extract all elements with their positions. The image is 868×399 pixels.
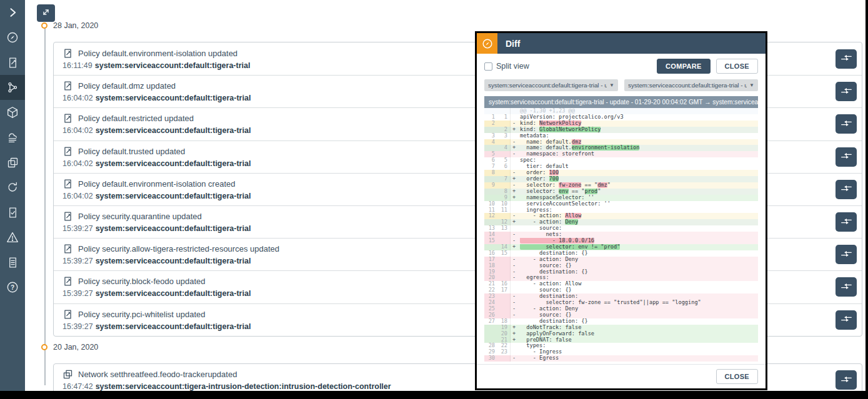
copy-icon <box>62 369 73 380</box>
chevron-down-icon: ▼ <box>749 82 754 88</box>
sidebar-item-circular-arrow[interactable] <box>0 175 25 200</box>
diff-line: 20- egress: <box>484 275 758 281</box>
event-account: system:serviceaccount:default:tigera-tri… <box>96 322 251 331</box>
sidebar-item-cube[interactable] <box>0 100 25 125</box>
diff-line: 9- selector: fw-zone == "dmz" <box>484 182 758 189</box>
sidebar-item-network-graph[interactable] <box>0 75 25 100</box>
event-account: system:serviceaccount:default:tigera-tri… <box>96 126 251 135</box>
event-title: Policy default.restricted updated <box>78 114 194 123</box>
timeline-date-row: 28 Jan, 2020 <box>53 21 862 31</box>
diff-line: 26- source: {} <box>484 312 758 318</box>
compare-button[interactable]: COMPARE <box>657 59 711 74</box>
compare-arrows-icon <box>841 282 852 292</box>
open-diff-button[interactable] <box>836 310 857 330</box>
policy-edit-icon <box>62 113 73 124</box>
open-diff-button[interactable] <box>836 114 857 134</box>
open-diff-button[interactable] <box>836 49 857 69</box>
sidebar-item-copy[interactable] <box>0 150 25 175</box>
diff-line: 15- - 18.0.0.0/16 <box>484 238 758 244</box>
sidebar-item-cloud-stack[interactable] <box>0 125 25 150</box>
timeline-axis <box>44 28 46 385</box>
expand-timeline-button[interactable] <box>37 4 55 22</box>
diff-modal-header: Diff <box>477 33 766 54</box>
sidebar-item-chevron-right[interactable] <box>0 0 25 25</box>
diff-line: 65spec: <box>484 157 758 164</box>
event-account: system:serviceaccount:default:tigera-tri… <box>96 94 251 102</box>
diff-line: 19+ doNotTrack: false <box>484 325 758 331</box>
compare-arrows-icon <box>841 315 852 325</box>
left-revision-value: system:serviceaccount:default:tigera-tri… <box>488 82 607 89</box>
open-diff-button[interactable] <box>836 212 857 232</box>
diff-line: 2923 - Ingress <box>484 349 758 355</box>
sidebar-item-warning-triangle[interactable] <box>0 225 25 250</box>
open-diff-button[interactable] <box>836 245 857 264</box>
close-button-bottom[interactable]: CLOSE <box>716 369 758 384</box>
diff-line: 19- destination: {} <box>484 269 758 275</box>
diff-title-bar: system:serviceaccount:default:tigera-tri… <box>484 96 758 108</box>
diff-line: 2+kind: GlobalNetworkPolicy <box>484 127 758 133</box>
close-button-top[interactable]: CLOSE <box>716 59 758 74</box>
policy-edit-icon <box>62 244 73 254</box>
warning-triangle-icon <box>6 230 19 244</box>
diff-line: 4- name: default.dmz <box>484 139 758 145</box>
right-revision-select[interactable]: system:serviceaccount:default:tigera-tri… <box>624 79 758 91</box>
diff-line: 5- namespace: storefront <box>484 151 758 157</box>
policy-edit-icon <box>62 81 73 91</box>
doc-check-icon <box>6 206 19 219</box>
sidebar-item-doc-check[interactable] <box>0 200 25 225</box>
compass-icon <box>477 33 497 54</box>
diff-line: 25- - action: Deny <box>484 306 758 312</box>
sidebar-item-help-circle[interactable]: ? <box>0 275 25 300</box>
policy-edit-icon <box>62 309 73 320</box>
open-diff-button[interactable] <box>836 370 857 390</box>
diff-modal: Diff Split view COMPARE CLOSE system:ser… <box>475 31 767 390</box>
sidebar-item-compass[interactable] <box>0 25 25 50</box>
diff-line: 14+ selector: env != "prod" <box>484 244 758 250</box>
compare-arrows-icon <box>841 375 852 385</box>
event-time: 16:04:02 <box>62 192 93 200</box>
open-diff-button[interactable] <box>836 180 857 199</box>
left-revision-select[interactable]: system:serviceaccount:default:tigera-tri… <box>484 79 618 91</box>
screen-right-edge <box>866 0 868 399</box>
policy-edit-icon <box>62 276 73 287</box>
event-title: Policy default.environment-isolation upd… <box>78 49 237 58</box>
split-view-toggle[interactable]: Split view <box>484 62 529 71</box>
diff-line: 4+ name: default.environment-isolation <box>484 145 758 151</box>
split-view-checkbox[interactable] <box>484 62 492 71</box>
timeline-date-label: 20 Jan, 2020 <box>53 343 98 352</box>
event-title: Policy security.pci-whitelist updated <box>78 310 206 319</box>
event-account: system:serviceaccount:default:tigera-tri… <box>96 159 251 168</box>
event-title: Policy security.allow-tigera-restricted-… <box>78 244 279 254</box>
diff-line: 8- order: 100 <box>484 170 758 176</box>
copy-icon <box>6 156 19 169</box>
network-graph-icon <box>6 81 19 94</box>
event-time: 15:39:27 <box>62 322 93 331</box>
diff-line: 1615 destination: {} <box>484 250 758 257</box>
event-account: system:serviceaccount:default:tigera-tri… <box>96 289 251 298</box>
compare-arrows-icon <box>841 87 852 97</box>
compare-arrows-icon <box>841 184 852 194</box>
event-account: system:serviceaccount:default:tigera-tri… <box>96 192 251 200</box>
sidebar-item-doc-edit[interactable] <box>0 50 25 75</box>
diff-line: 2718 destination: {} <box>484 318 758 325</box>
diff-line: 2-kind: NetworkPolicy <box>484 121 758 127</box>
policy-edit-icon <box>62 48 73 59</box>
event-time: 16:04:02 <box>62 159 93 168</box>
timeline-date-marker <box>41 344 47 350</box>
open-diff-button[interactable] <box>836 147 857 167</box>
diff-line: @@ -1,30 +1,23 @@ <box>484 108 758 114</box>
modal-title: Diff <box>506 39 520 49</box>
open-diff-button[interactable] <box>836 277 857 297</box>
sidebar: ? <box>0 0 25 392</box>
sidebar-item-doc-list[interactable] <box>0 250 25 275</box>
screen-bottom-bar <box>0 391 868 399</box>
event-title: Policy default.trusted updated <box>78 147 185 156</box>
diff-modal-footer: CLOSE <box>477 364 766 388</box>
diff-line: 17- - action: Deny <box>484 257 758 263</box>
event-account: system:serviceaccount:tigera-intrusion-d… <box>96 382 391 391</box>
diff-line: 2822 types: <box>484 343 758 349</box>
event-title: Policy default.environment-isolation cre… <box>78 179 235 189</box>
open-diff-button[interactable] <box>836 82 857 101</box>
circular-arrow-icon <box>6 180 19 194</box>
diff-line: 11apiVersion: projectcalico.org/v3 <box>484 114 758 121</box>
